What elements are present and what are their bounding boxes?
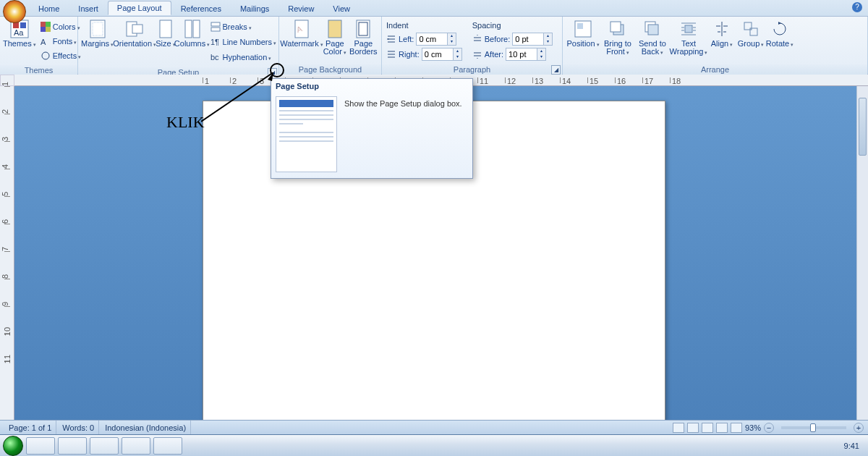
- annotation-arrow: [201, 72, 279, 123]
- vertical-scrollbar[interactable]: [856, 86, 868, 422]
- svg-rect-16: [193, 20, 200, 38]
- group-paragraph: Indent Left:▴▾ Right:▴▾ Spacing Before:▴…: [382, 17, 563, 74]
- paragraph-dialog-launcher[interactable]: ◢: [551, 65, 561, 75]
- tray-clock[interactable]: 9:41: [844, 442, 859, 450]
- svg-rect-18: [211, 28, 220, 31]
- vertical-ruler[interactable]: 1234567891011: [0, 86, 14, 422]
- breaks-icon: [210, 22, 221, 32]
- svg-rect-15: [185, 20, 192, 38]
- spacing-after-row: After:▴▾: [472, 47, 553, 62]
- taskbar-item-2[interactable]: [58, 437, 87, 455]
- scrollbar-thumb[interactable]: [859, 98, 867, 156]
- group-page-background: AWatermark Page Color Page Borders Page …: [279, 17, 382, 74]
- group-button[interactable]: Group: [736, 18, 765, 63]
- svg-rect-4: [41, 22, 46, 27]
- svg-rect-1: [13, 22, 19, 28]
- status-words[interactable]: Words: 0: [58, 421, 99, 434]
- tab-review[interactable]: Review: [278, 1, 323, 15]
- svg-rect-14: [160, 20, 171, 38]
- tab-view[interactable]: View: [323, 1, 359, 15]
- tooltip-title: Page Setup: [271, 79, 472, 93]
- group-arrange: Position Bring to Front Send to Back Tex…: [563, 17, 868, 74]
- taskbar-item-4[interactable]: [122, 437, 150, 455]
- start-button[interactable]: [3, 436, 23, 456]
- text-wrapping-button[interactable]: Text Wrapping: [670, 18, 707, 63]
- svg-rect-17: [211, 22, 220, 26]
- hyphenation-button[interactable]: bcHyphenation: [210, 50, 276, 64]
- line-numbers-button[interactable]: 1¶Line Numbers: [210, 35, 276, 49]
- svg-text:Aa: Aa: [14, 28, 24, 37]
- ribbon: Aa Themes Colors AFonts Effects Themes M…: [0, 16, 868, 74]
- view-print-layout[interactable]: [673, 423, 684, 433]
- zoom-slider[interactable]: [781, 426, 846, 429]
- rotate-button[interactable]: Rotate: [765, 18, 794, 63]
- tab-references[interactable]: References: [171, 1, 231, 15]
- align-button[interactable]: Align: [707, 18, 736, 63]
- svg-rect-6: [41, 27, 46, 32]
- view-draft[interactable]: [731, 423, 742, 433]
- office-button[interactable]: [3, 0, 26, 23]
- spacing-label: Spacing: [472, 21, 553, 30]
- zoom-handle[interactable]: [810, 423, 816, 432]
- tab-page-layout[interactable]: Page Layout: [108, 1, 171, 15]
- indent-left-icon: [386, 34, 396, 44]
- status-page[interactable]: Page: 1 of 1: [4, 421, 56, 434]
- status-language[interactable]: Indonesian (Indonesia): [101, 421, 191, 434]
- breaks-button[interactable]: Breaks: [210, 20, 276, 34]
- zoom-level[interactable]: 93%: [745, 423, 761, 432]
- indent-label: Indent: [386, 21, 462, 30]
- svg-rect-29: [610, 22, 621, 32]
- svg-text:A: A: [41, 38, 46, 46]
- bring-to-front-button[interactable]: Bring to Front: [600, 18, 635, 63]
- tooltip-description: Show the Page Setup dialog box.: [344, 96, 468, 108]
- view-web-layout[interactable]: [702, 423, 713, 433]
- tab-mailings[interactable]: Mailings: [231, 1, 278, 15]
- taskbar-item-1[interactable]: [26, 437, 55, 455]
- svg-rect-5: [46, 22, 51, 27]
- view-outline[interactable]: [716, 423, 728, 433]
- theme-colors[interactable]: Colors: [41, 20, 81, 33]
- system-tray[interactable]: 9:41: [844, 442, 865, 450]
- themes-button[interactable]: Aa Themes: [3, 18, 36, 63]
- spin-up[interactable]: ▴: [447, 33, 456, 39]
- send-to-back-button[interactable]: Send to Back: [635, 18, 670, 63]
- page-color-button[interactable]: Page Color: [321, 18, 349, 63]
- indent-right-input[interactable]: [422, 48, 453, 60]
- svg-rect-13: [132, 25, 142, 33]
- annotation-circle: [270, 63, 284, 77]
- tooltip: Page Setup Show the Page Setup dialog bo…: [271, 78, 473, 179]
- svg-text:bc: bc: [210, 53, 219, 62]
- indent-left-row: Left:▴▾: [386, 32, 462, 46]
- spin-down[interactable]: ▾: [447, 39, 456, 45]
- theme-effects[interactable]: Effects: [41, 48, 81, 62]
- effects-icon: [41, 51, 51, 61]
- columns-button[interactable]: Columns: [176, 18, 209, 63]
- tab-home[interactable]: Home: [29, 1, 69, 15]
- view-full-screen[interactable]: [687, 423, 699, 433]
- spacing-before-input[interactable]: [513, 33, 543, 45]
- orientation-button[interactable]: Orientation: [114, 18, 156, 63]
- margins-button[interactable]: Margins: [81, 18, 114, 63]
- zoom-in[interactable]: +: [854, 423, 864, 433]
- group-page-setup: Margins Orientation Size Columns Breaks …: [78, 17, 279, 74]
- help-icon[interactable]: ?: [852, 2, 862, 12]
- group-label-themes: Themes: [0, 65, 77, 75]
- zoom-out[interactable]: −: [764, 423, 774, 433]
- annotation-text: KLIK: [166, 113, 205, 132]
- taskbar-item-3[interactable]: [90, 437, 119, 455]
- tab-insert[interactable]: Insert: [69, 1, 108, 15]
- windows-taskbar: 9:41: [0, 434, 868, 456]
- size-button[interactable]: Size: [156, 18, 175, 63]
- status-bar: Page: 1 of 1 Words: 0 Indonesian (Indone…: [0, 420, 868, 434]
- group-label-arrange: Arrange: [563, 64, 867, 75]
- spacing-after-input[interactable]: [506, 48, 537, 60]
- page-borders-button[interactable]: Page Borders: [349, 18, 378, 63]
- theme-fonts[interactable]: AFonts: [41, 34, 81, 48]
- indent-left-input[interactable]: [417, 33, 447, 45]
- taskbar-item-5[interactable]: [153, 437, 182, 455]
- svg-rect-7: [46, 27, 51, 32]
- svg-point-9: [42, 52, 49, 59]
- watermark-button[interactable]: AWatermark: [282, 18, 321, 63]
- position-button[interactable]: Position: [566, 18, 600, 63]
- group-label-paragraph: Paragraph◢: [382, 64, 562, 75]
